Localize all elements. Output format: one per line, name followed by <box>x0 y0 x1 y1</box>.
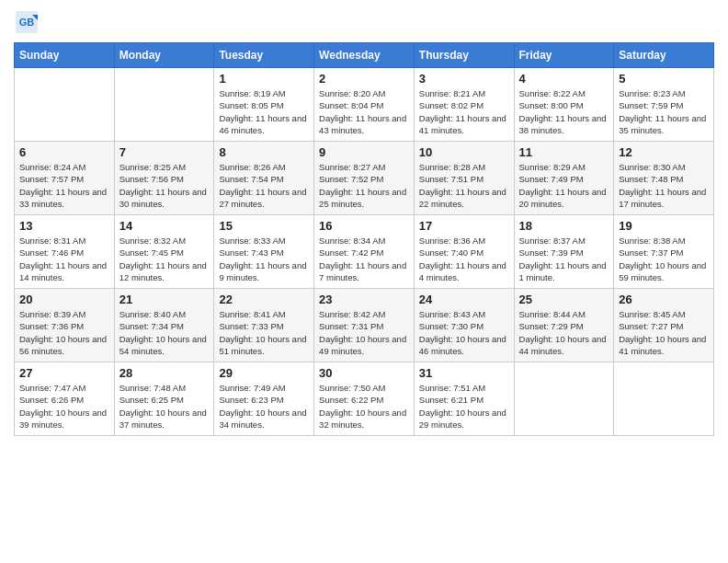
day-number: 5 <box>619 72 709 86</box>
calendar-cell: 18Sunrise: 8:37 AMSunset: 7:39 PMDayligh… <box>514 215 614 289</box>
calendar-cell: 14Sunrise: 8:32 AMSunset: 7:45 PMDayligh… <box>114 215 214 289</box>
calendar-cell: 15Sunrise: 8:33 AMSunset: 7:43 PMDayligh… <box>214 215 314 289</box>
cell-content: Sunrise: 8:25 AMSunset: 7:56 PMDaylight:… <box>119 161 210 210</box>
cell-content: Sunrise: 8:34 AMSunset: 7:42 PMDaylight:… <box>319 235 409 283</box>
cell-content: Sunrise: 8:37 AMSunset: 7:39 PMDaylight:… <box>519 235 609 283</box>
logo: GB <box>14 9 43 35</box>
weekday-header-sunday: Sunday <box>15 43 115 68</box>
day-number: 11 <box>519 145 609 159</box>
cell-content: Sunrise: 8:27 AMSunset: 7:52 PMDaylight:… <box>319 161 409 210</box>
calendar-cell: 5Sunrise: 8:23 AMSunset: 7:59 PMDaylight… <box>614 68 714 142</box>
calendar-cell: 23Sunrise: 8:42 AMSunset: 7:31 PMDayligh… <box>314 289 415 362</box>
week-row-3: 20Sunrise: 8:39 AMSunset: 7:36 PMDayligh… <box>15 289 714 362</box>
calendar-cell <box>114 68 214 142</box>
cell-content: Sunrise: 8:29 AMSunset: 7:49 PMDaylight:… <box>519 161 609 210</box>
day-number: 14 <box>119 219 210 233</box>
cell-content: Sunrise: 7:49 AMSunset: 6:23 PMDaylight:… <box>219 382 309 431</box>
calendar-cell: 12Sunrise: 8:30 AMSunset: 7:48 PMDayligh… <box>614 142 714 215</box>
cell-content: Sunrise: 8:28 AMSunset: 7:51 PMDaylight:… <box>419 161 509 210</box>
cell-content: Sunrise: 8:19 AMSunset: 8:05 PMDaylight:… <box>219 87 309 136</box>
weekday-header-row: SundayMondayTuesdayWednesdayThursdayFrid… <box>15 43 714 68</box>
calendar-cell: 8Sunrise: 8:26 AMSunset: 7:54 PMDaylight… <box>214 142 314 215</box>
cell-content: Sunrise: 8:40 AMSunset: 7:34 PMDaylight:… <box>119 308 210 357</box>
cell-content: Sunrise: 8:43 AMSunset: 7:30 PMDaylight:… <box>419 308 509 357</box>
calendar-cell: 30Sunrise: 7:50 AMSunset: 6:22 PMDayligh… <box>314 362 415 436</box>
week-row-4: 27Sunrise: 7:47 AMSunset: 6:26 PMDayligh… <box>15 362 714 436</box>
day-number: 18 <box>519 219 609 233</box>
cell-content: Sunrise: 7:51 AMSunset: 6:21 PMDaylight:… <box>419 382 509 431</box>
calendar-cell: 19Sunrise: 8:38 AMSunset: 7:37 PMDayligh… <box>614 215 714 289</box>
day-number: 15 <box>219 219 309 233</box>
svg-text:GB: GB <box>19 17 35 28</box>
cell-content: Sunrise: 8:24 AMSunset: 7:57 PMDaylight:… <box>19 161 109 210</box>
day-number: 28 <box>119 366 210 380</box>
calendar-cell: 13Sunrise: 8:31 AMSunset: 7:46 PMDayligh… <box>15 215 115 289</box>
calendar-cell: 25Sunrise: 8:44 AMSunset: 7:29 PMDayligh… <box>514 289 614 362</box>
cell-content: Sunrise: 8:30 AMSunset: 7:48 PMDaylight:… <box>619 161 709 210</box>
calendar-cell: 17Sunrise: 8:36 AMSunset: 7:40 PMDayligh… <box>414 215 514 289</box>
day-number: 27 <box>19 366 109 380</box>
weekday-header-wednesday: Wednesday <box>314 43 415 68</box>
weekday-header-thursday: Thursday <box>414 43 514 68</box>
calendar-cell <box>614 362 714 436</box>
calendar-table: SundayMondayTuesdayWednesdayThursdayFrid… <box>14 42 714 436</box>
week-row-1: 6Sunrise: 8:24 AMSunset: 7:57 PMDaylight… <box>15 142 714 215</box>
calendar-cell: 2Sunrise: 8:20 AMSunset: 8:04 PMDaylight… <box>314 68 415 142</box>
cell-content: Sunrise: 8:36 AMSunset: 7:40 PMDaylight:… <box>419 235 509 283</box>
calendar-cell: 26Sunrise: 8:45 AMSunset: 7:27 PMDayligh… <box>614 289 714 362</box>
weekday-header-saturday: Saturday <box>614 43 714 68</box>
cell-content: Sunrise: 8:38 AMSunset: 7:37 PMDaylight:… <box>619 235 709 283</box>
calendar-cell: 1Sunrise: 8:19 AMSunset: 8:05 PMDaylight… <box>214 68 314 142</box>
calendar-cell <box>514 362 614 436</box>
cell-content: Sunrise: 8:31 AMSunset: 7:46 PMDaylight:… <box>19 235 109 283</box>
day-number: 1 <box>219 72 309 86</box>
cell-content: Sunrise: 8:44 AMSunset: 7:29 PMDaylight:… <box>519 308 609 357</box>
day-number: 17 <box>419 219 509 233</box>
calendar-cell: 3Sunrise: 8:21 AMSunset: 8:02 PMDaylight… <box>414 68 514 142</box>
calendar-cell: 16Sunrise: 8:34 AMSunset: 7:42 PMDayligh… <box>314 215 415 289</box>
day-number: 29 <box>219 366 309 380</box>
calendar-cell: 31Sunrise: 7:51 AMSunset: 6:21 PMDayligh… <box>414 362 514 436</box>
calendar-body: 1Sunrise: 8:19 AMSunset: 8:05 PMDaylight… <box>15 68 714 436</box>
cell-content: Sunrise: 8:45 AMSunset: 7:27 PMDaylight:… <box>619 308 709 357</box>
cell-content: Sunrise: 7:48 AMSunset: 6:25 PMDaylight:… <box>119 382 210 431</box>
day-number: 12 <box>619 145 709 159</box>
day-number: 2 <box>319 72 409 86</box>
calendar-cell: 24Sunrise: 8:43 AMSunset: 7:30 PMDayligh… <box>414 289 514 362</box>
day-number: 26 <box>619 293 709 306</box>
cell-content: Sunrise: 7:47 AMSunset: 6:26 PMDaylight:… <box>19 382 109 431</box>
calendar-cell: 7Sunrise: 8:25 AMSunset: 7:56 PMDaylight… <box>114 142 214 215</box>
calendar-cell: 20Sunrise: 8:39 AMSunset: 7:36 PMDayligh… <box>15 289 115 362</box>
day-number: 23 <box>319 293 409 306</box>
weekday-header-monday: Monday <box>114 43 214 68</box>
day-number: 30 <box>319 366 409 380</box>
day-number: 31 <box>419 366 509 380</box>
day-number: 22 <box>219 293 309 306</box>
day-number: 9 <box>319 145 409 159</box>
calendar-cell: 29Sunrise: 7:49 AMSunset: 6:23 PMDayligh… <box>214 362 314 436</box>
day-number: 3 <box>419 72 509 86</box>
weekday-header-tuesday: Tuesday <box>214 43 314 68</box>
cell-content: Sunrise: 7:50 AMSunset: 6:22 PMDaylight:… <box>319 382 409 431</box>
day-number: 8 <box>219 145 309 159</box>
calendar-cell: 4Sunrise: 8:22 AMSunset: 8:00 PMDaylight… <box>514 68 614 142</box>
day-number: 4 <box>519 72 609 86</box>
cell-content: Sunrise: 8:41 AMSunset: 7:33 PMDaylight:… <box>219 308 309 357</box>
day-number: 24 <box>419 293 509 306</box>
calendar-cell: 28Sunrise: 7:48 AMSunset: 6:25 PMDayligh… <box>114 362 214 436</box>
weekday-header-friday: Friday <box>514 43 614 68</box>
week-row-2: 13Sunrise: 8:31 AMSunset: 7:46 PMDayligh… <box>15 215 714 289</box>
page: GB SundayMondayTuesdayWednesdayThursdayF… <box>0 0 728 450</box>
calendar-cell: 11Sunrise: 8:29 AMSunset: 7:49 PMDayligh… <box>514 142 614 215</box>
day-number: 19 <box>619 219 709 233</box>
day-number: 16 <box>319 219 409 233</box>
day-number: 6 <box>19 145 109 159</box>
header: GB <box>14 9 714 35</box>
day-number: 20 <box>19 293 109 306</box>
calendar-cell <box>15 68 115 142</box>
day-number: 10 <box>419 145 509 159</box>
day-number: 7 <box>119 145 210 159</box>
cell-content: Sunrise: 8:42 AMSunset: 7:31 PMDaylight:… <box>319 308 409 357</box>
day-number: 25 <box>519 293 609 306</box>
cell-content: Sunrise: 8:26 AMSunset: 7:54 PMDaylight:… <box>219 161 309 210</box>
